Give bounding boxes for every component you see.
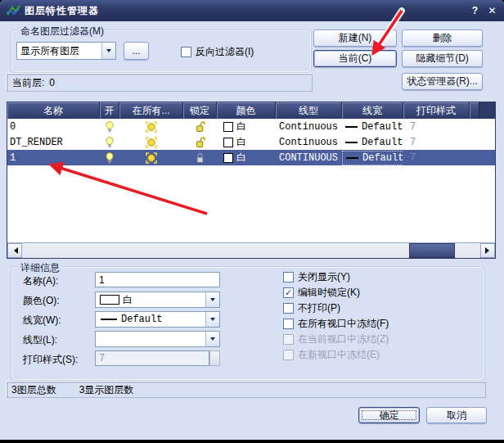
- sun-thawed-icon[interactable]: [146, 121, 157, 133]
- invert-filter-checkbox[interactable]: 反向过滤器(I): [181, 46, 254, 58]
- status-bar: 3图层总数 3显示图层数: [7, 382, 486, 398]
- lineweight-value: Default: [121, 314, 162, 325]
- current-layer-value: 0: [49, 77, 55, 88]
- layer-filter-combobox[interactable]: 显示所有图层: [16, 42, 116, 60]
- filter-group-label: 命名图层过滤器(M): [17, 25, 107, 38]
- checkbox-label: 不打印(P): [298, 301, 340, 315]
- sun-thawed-icon[interactable]: [146, 137, 157, 148]
- on-cell: [100, 150, 119, 165]
- linetype-cell: Continuous: [276, 134, 342, 150]
- help-button[interactable]: ?: [468, 3, 482, 17]
- table-row[interactable]: DT_RENDER白ContinuousDefault7: [7, 134, 495, 150]
- app-icon: [6, 4, 20, 17]
- color-swatch[interactable]: [223, 122, 233, 132]
- linetype-field-label: 线型(L):: [23, 333, 57, 347]
- chevron-down-icon[interactable]: [205, 312, 219, 327]
- plot-style-value: 7: [410, 121, 416, 133]
- checkbox-label: 关闭显示(Y): [298, 270, 350, 284]
- detail-checkbox-3[interactable]: 不打印(P): [283, 302, 340, 314]
- bulb-on-icon[interactable]: [105, 121, 115, 133]
- linetype-value[interactable]: CONTINUOUS: [279, 152, 338, 164]
- layer-total-count: 3图层总数: [11, 383, 56, 397]
- color-swatch[interactable]: [223, 153, 233, 163]
- titlebar[interactable]: 图层特性管理器: [0, 0, 504, 21]
- column-header-3[interactable]: 在所有...: [119, 102, 183, 119]
- detail-checkbox-6: 在新视口中冻结(E): [283, 349, 380, 361]
- color-swatch: [100, 295, 119, 305]
- unlock-icon[interactable]: [195, 121, 206, 133]
- color-cell: 白: [217, 150, 276, 165]
- cancel-button-label: 取消: [447, 409, 466, 423]
- checkbox-icon[interactable]: [283, 303, 294, 314]
- column-header-7[interactable]: 线宽: [342, 102, 403, 119]
- lineweight-value[interactable]: Default: [342, 136, 403, 149]
- scroll-left-button[interactable]: [7, 243, 22, 258]
- bulb-on-icon[interactable]: [105, 137, 115, 148]
- checkbox-icon[interactable]: [283, 319, 294, 329]
- chevron-down-icon[interactable]: [101, 43, 115, 59]
- chevron-down-icon[interactable]: [205, 292, 219, 307]
- layer-displayed-count: 3显示图层数: [79, 383, 134, 397]
- scrollbar-thumb[interactable]: [409, 243, 455, 258]
- linetype-value[interactable]: Continuous: [279, 137, 338, 148]
- column-header-extra[interactable]: [470, 102, 479, 119]
- set-current-button[interactable]: 当前(C): [313, 50, 397, 67]
- scrollbar-track[interactable]: [22, 243, 480, 258]
- bulb-on-icon[interactable]: [105, 152, 115, 164]
- column-header-2[interactable]: 开: [100, 102, 119, 119]
- lineweight-value[interactable]: Default: [342, 120, 403, 133]
- linetype-combobox[interactable]: [95, 331, 220, 347]
- checkbox-icon[interactable]: [283, 272, 294, 283]
- column-header-6[interactable]: 线型: [276, 102, 342, 119]
- lineweight-combobox[interactable]: Default: [95, 311, 220, 328]
- linetype-cell: Continuous: [276, 119, 342, 134]
- layer-name: 0: [10, 121, 16, 133]
- lineweight-value[interactable]: Default: [342, 151, 403, 165]
- linetype-cell: CONTINUOUS: [276, 150, 342, 165]
- checkbox-label: 在当前视口中冻结(Z): [298, 332, 389, 346]
- hide-details-button[interactable]: 隐藏细节(D): [402, 50, 483, 67]
- column-header-8[interactable]: 打印样式: [403, 102, 470, 119]
- color-name: 白: [236, 120, 246, 133]
- color-swatch[interactable]: [223, 138, 233, 147]
- checkbox-icon[interactable]: [181, 47, 191, 57]
- details-groupbox: [11, 267, 484, 380]
- ok-button[interactable]: 确定: [358, 407, 420, 423]
- sun-thawed-icon[interactable]: [146, 152, 157, 164]
- table-row[interactable]: 0白ContinuousDefault7: [7, 119, 495, 134]
- state-manager-button[interactable]: 状态管理器(R)...: [402, 73, 483, 90]
- unlock-icon[interactable]: [195, 137, 206, 148]
- current-layer-strip: 当前层: 0: [7, 74, 313, 92]
- delete-layer-button[interactable]: 删除: [402, 29, 483, 47]
- freeze-cell: [119, 150, 183, 165]
- detail-checkbox-1[interactable]: 关闭显示(Y): [283, 271, 350, 283]
- name-input-value: 1: [99, 274, 105, 286]
- color-field-label: 颜色(O):: [23, 294, 60, 308]
- cancel-button[interactable]: 取消: [426, 407, 487, 423]
- plot-style-cell: 7: [403, 150, 470, 165]
- column-header-1[interactable]: 名称: [7, 102, 100, 119]
- chevron-down-icon[interactable]: [205, 332, 219, 346]
- table-row[interactable]: 1白CONTINUOUSDefault7: [7, 150, 495, 165]
- color-combobox[interactable]: 白: [95, 292, 220, 308]
- column-header-5[interactable]: 颜色: [217, 102, 276, 119]
- detail-checkbox-2[interactable]: ✓编辑时锁定(K): [283, 287, 360, 299]
- scroll-right-button[interactable]: [480, 243, 495, 258]
- name-input[interactable]: 1: [95, 272, 220, 287]
- lock-icon[interactable]: [195, 152, 206, 164]
- close-button[interactable]: ✕: [485, 3, 499, 17]
- checkbox-checked-icon[interactable]: ✓: [283, 287, 294, 298]
- name-field-label: 名称(A):: [23, 274, 58, 288]
- new-layer-button[interactable]: 新建(N): [313, 29, 397, 47]
- color-cell: 白: [217, 119, 276, 134]
- plot-style-value: 7: [410, 137, 416, 148]
- browse-filters-button[interactable]: ...: [124, 42, 149, 60]
- layer-table-body: 0白ContinuousDefault7DT_RENDER白Continuous…: [7, 119, 495, 242]
- plot-style-button: [209, 350, 220, 366]
- detail-checkbox-4[interactable]: 在所有视口中冻结(F): [283, 318, 389, 330]
- horizontal-scrollbar[interactable]: [7, 242, 495, 258]
- layer-name-cell: 0: [7, 119, 100, 134]
- column-header-4[interactable]: 锁定: [183, 102, 217, 119]
- lineweight-cell: Default: [342, 119, 403, 134]
- linetype-value[interactable]: Continuous: [279, 121, 338, 133]
